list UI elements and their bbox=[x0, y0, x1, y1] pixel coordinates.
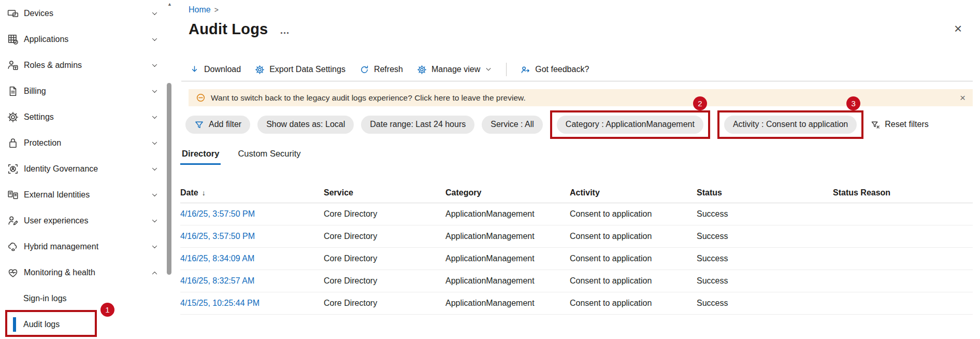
command-bar: Download Export Data Settings Refresh Ma… bbox=[190, 61, 589, 78]
activity-cell: Consent to application bbox=[570, 232, 697, 241]
health-heart-icon bbox=[7, 267, 19, 278]
banner-message[interactable]: Want to switch back to the legacy audit … bbox=[211, 93, 526, 103]
chevron-down-icon bbox=[151, 88, 158, 95]
chevron-down-icon bbox=[151, 114, 158, 121]
sidebar-nav: Devices Applications Roles & admins Bill… bbox=[0, 1, 165, 337]
billing-icon bbox=[7, 86, 19, 97]
tab-directory[interactable]: Directory bbox=[180, 149, 221, 165]
sidebar-item-settings[interactable]: Settings bbox=[0, 104, 165, 130]
date-link[interactable]: 4/15/25, 10:25:44 PM bbox=[180, 299, 324, 308]
sidebar-item-monitoring-health[interactable]: Monitoring & health bbox=[0, 260, 165, 286]
sidebar-item-label: Monitoring & health bbox=[24, 268, 95, 277]
filter-funnel-icon bbox=[194, 120, 204, 130]
manage-view-button[interactable]: Manage view bbox=[417, 65, 492, 75]
chevron-down-icon bbox=[151, 139, 158, 147]
column-header-service[interactable]: Service bbox=[324, 188, 445, 197]
refresh-button[interactable]: Refresh bbox=[359, 65, 403, 75]
add-filter-button[interactable]: Add filter bbox=[185, 116, 250, 134]
export-data-settings-button[interactable]: Export Data Settings bbox=[255, 65, 345, 75]
sidebar-subitem-label: Audit logs bbox=[23, 320, 60, 329]
audit-logs-table: Date ↓ Service Category Activity Status … bbox=[180, 182, 973, 315]
sidebar-item-external-identities[interactable]: External Identities bbox=[0, 182, 165, 208]
active-item-indicator bbox=[13, 317, 16, 332]
sidebar-item-applications[interactable]: Applications bbox=[0, 26, 165, 52]
annotation-badge-step2: 2 bbox=[693, 96, 707, 110]
download-icon bbox=[190, 65, 199, 75]
banner-close-icon[interactable]: × bbox=[960, 93, 965, 103]
refresh-label: Refresh bbox=[374, 65, 403, 74]
activity-cell: Consent to application bbox=[570, 276, 697, 286]
category-cell: ApplicationManagement bbox=[445, 232, 570, 241]
scrollbar-thumb[interactable] bbox=[167, 83, 171, 275]
sidebar-item-label: Identity Governance bbox=[24, 164, 98, 174]
chevron-down-icon bbox=[151, 165, 158, 173]
column-header-category[interactable]: Category bbox=[445, 188, 570, 197]
sidebar-item-devices[interactable]: Devices bbox=[0, 1, 165, 26]
sidebar-item-label: Protection bbox=[24, 138, 61, 148]
identity-governance-icon bbox=[7, 163, 19, 175]
date-link[interactable]: 4/16/25, 3:57:50 PM bbox=[180, 232, 324, 241]
chevron-down-icon bbox=[151, 62, 158, 69]
date-link[interactable]: 4/16/25, 8:32:57 AM bbox=[180, 276, 324, 286]
activity-cell: Consent to application bbox=[570, 299, 697, 308]
chevron-up-icon bbox=[151, 269, 158, 277]
activity-cell: Consent to application bbox=[570, 254, 697, 263]
reset-filters-label: Reset filters bbox=[885, 120, 928, 129]
breadcrumb-home-link[interactable]: Home bbox=[189, 5, 211, 15]
user-experiences-icon bbox=[7, 215, 19, 227]
sidebar-item-protection[interactable]: Protection bbox=[0, 130, 165, 156]
feedback-person-icon bbox=[521, 65, 530, 75]
service-cell: Core Directory bbox=[324, 276, 445, 286]
category-cell: ApplicationManagement bbox=[445, 299, 570, 308]
sidebar-subitem-label: Sign-in logs bbox=[23, 294, 67, 303]
filter-bar: Add filter Show dates as: Local Date ran… bbox=[185, 110, 929, 139]
service-cell: Core Directory bbox=[324, 299, 445, 308]
page-close-icon[interactable]: × bbox=[954, 22, 962, 35]
sidebar-item-identity-governance[interactable]: Identity Governance bbox=[0, 156, 165, 182]
export-label: Export Data Settings bbox=[269, 65, 345, 74]
sidebar-subitem-audit-logs[interactable]: Audit logs bbox=[0, 312, 165, 337]
got-feedback-button[interactable]: Got feedback? bbox=[521, 65, 589, 75]
blocked-circle-icon bbox=[196, 93, 206, 103]
scrollbar-up-arrow[interactable]: ▲ bbox=[166, 2, 174, 7]
sidebar-item-user-experiences[interactable]: User experiences bbox=[0, 208, 165, 234]
chevron-down-icon bbox=[151, 217, 158, 225]
reset-filter-funnel-icon bbox=[871, 120, 881, 130]
hybrid-cloud-icon bbox=[7, 241, 19, 252]
got-feedback-label: Got feedback? bbox=[535, 65, 589, 74]
applications-icon bbox=[7, 34, 19, 45]
column-header-activity[interactable]: Activity bbox=[570, 188, 697, 197]
service-filter-pill[interactable]: Service : All bbox=[482, 116, 543, 134]
annotation-badge-step3: 3 bbox=[846, 96, 860, 110]
date-range-pill[interactable]: Date range: Last 24 hours bbox=[361, 116, 474, 134]
gear-icon bbox=[255, 65, 265, 75]
activity-filter-pill[interactable]: Activity : Consent to application bbox=[724, 116, 857, 134]
column-header-status-reason[interactable]: Status Reason bbox=[833, 188, 973, 197]
column-header-date[interactable]: Date ↓ bbox=[180, 188, 324, 197]
status-cell: Success bbox=[697, 254, 833, 263]
refresh-icon bbox=[359, 65, 369, 75]
sidebar-item-label: Devices bbox=[24, 9, 53, 18]
chevron-down-icon bbox=[151, 191, 158, 199]
download-button[interactable]: Download bbox=[190, 65, 241, 75]
page-title: Audit Logs bbox=[189, 21, 268, 38]
category-filter-pill[interactable]: Category : ApplicationManagement bbox=[557, 116, 703, 134]
sidebar-item-billing[interactable]: Billing bbox=[0, 78, 165, 104]
breadcrumb: Home > bbox=[189, 5, 219, 15]
sidebar-item-label: Applications bbox=[24, 35, 68, 44]
sidebar-item-label: Roles & admins bbox=[24, 61, 82, 70]
chevron-down-icon bbox=[151, 36, 158, 44]
annotation-box-step3: Activity : Consent to application 3 bbox=[717, 110, 863, 139]
tab-custom-security[interactable]: Custom Security bbox=[236, 149, 302, 165]
service-cell: Core Directory bbox=[324, 209, 445, 219]
reset-filters-button[interactable]: Reset filters bbox=[871, 120, 928, 130]
title-overflow-menu-icon[interactable]: … bbox=[280, 25, 290, 36]
date-link[interactable]: 4/16/25, 8:34:09 AM bbox=[180, 254, 324, 263]
date-link[interactable]: 4/16/25, 3:57:50 PM bbox=[180, 209, 324, 219]
table-header-row: Date ↓ Service Category Activity Status … bbox=[180, 182, 973, 203]
show-dates-pill[interactable]: Show dates as: Local bbox=[257, 116, 354, 134]
column-header-status[interactable]: Status bbox=[697, 188, 833, 197]
sidebar-item-hybrid-management[interactable]: Hybrid management bbox=[0, 234, 165, 260]
sidebar-item-roles-admins[interactable]: Roles & admins bbox=[0, 52, 165, 78]
sidebar-subitem-sign-in-logs[interactable]: Sign-in logs bbox=[0, 286, 165, 312]
